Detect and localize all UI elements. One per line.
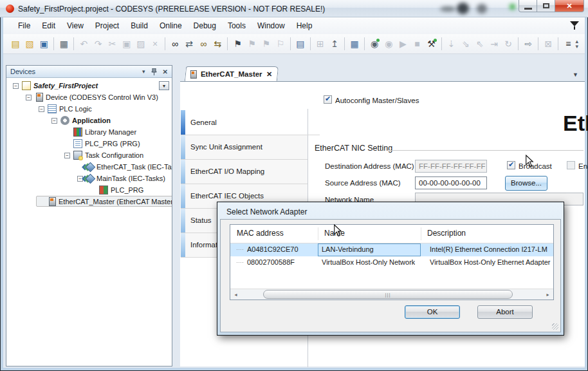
toolbar-overflow-icon[interactable]: ▴▾ [575, 39, 578, 49]
side-tab-general[interactable]: General [180, 110, 308, 135]
row-tree-stub [237, 249, 244, 250]
tree-item-ethercat-task-iec-tasks[interactable]: EtherCAT_Task (IEC-Tasks) [6, 161, 172, 173]
toolbar-separator [364, 37, 365, 50]
menu-tools[interactable]: Tools [222, 19, 252, 33]
toolbar-separator [227, 37, 228, 50]
menu-edit[interactable]: Edit [36, 19, 61, 33]
new-project-icon[interactable]: ▤ [8, 37, 23, 52]
column-header-description[interactable]: Description [427, 225, 466, 243]
tree-item-plc-prg-prg[interactable]: PLC_PRG (PRG) [6, 138, 172, 149]
side-tab-sync-unit-assignment[interactable]: Sync Unit Assignment [180, 135, 308, 159]
tree-item-library-manager[interactable]: Library Manager [6, 126, 172, 138]
ok-button[interactable]: OK [405, 305, 460, 319]
filter-list-icon[interactable]: ≡ [561, 37, 575, 52]
menu-debug[interactable]: Debug [188, 19, 222, 33]
panel-close-icon[interactable]: ✕ [163, 68, 168, 75]
broadcast-checkbox[interactable] [507, 161, 515, 169]
tree-expand-toggle[interactable]: − [77, 176, 83, 182]
menu-file[interactable]: File [12, 19, 36, 33]
name-cell[interactable]: VirtualBox Host-Only Network [322, 258, 415, 266]
side-tab-ethercat-i-o-mapping[interactable]: EtherCAT I/O Mapping [180, 159, 308, 184]
status-dot [434, 39, 437, 42]
pin-icon[interactable] [151, 68, 157, 75]
column-header-mac-address[interactable]: MAC address [237, 225, 284, 243]
tree-item-device-codesys-control-win-v3[interactable]: −Device (CODESYS Control Win V3) [6, 91, 172, 103]
tree-expand-toggle[interactable]: − [13, 83, 19, 89]
tree-item-label: MainTask (IEC-Tasks) [96, 175, 165, 182]
tree-item-maintask-iec-tasks[interactable]: −MainTask (IEC-Tasks) [6, 173, 172, 184]
find-in-files-icon[interactable]: ∞ [196, 37, 210, 52]
tree-item-application[interactable]: −Application [6, 115, 172, 126]
description-cell[interactable]: Intel(R) Ethernet Connection I217-LM [430, 245, 547, 253]
goto-icon[interactable]: ⇨ [521, 37, 535, 52]
close-button[interactable]: ✕ [555, 0, 584, 12]
tree-item-task-configuration[interactable]: −Task Configuration [6, 149, 172, 161]
scroll-track[interactable]: ||| [241, 289, 542, 300]
tree-item-plc-prg[interactable]: PLC_PRG [6, 184, 172, 196]
column-divider[interactable] [318, 227, 318, 240]
open-project-icon[interactable]: ▧ [23, 37, 37, 52]
menu-window[interactable]: Window [252, 19, 291, 33]
resize-grip[interactable] [552, 323, 558, 330]
find-replace-icon[interactable]: ⇄ [182, 37, 196, 52]
browse-button[interactable]: Browse... [505, 176, 547, 191]
devices-panel: Devices ▾ ✕ −Safety_FirstProject▾−Device… [6, 65, 172, 366]
tab-ethercat-master[interactable]: EtherCAT_Master ✕ [185, 66, 279, 81]
side-tab-label: EtherCAT IEC Objects [190, 192, 264, 200]
scroll-right-icon[interactable]: ▸ [542, 289, 553, 300]
horizontal-scrollbar[interactable]: ◂|||▸ [230, 289, 553, 300]
tab-list-dropdown-icon[interactable]: ▼ [573, 71, 578, 78]
toggle-bookmark-icon[interactable]: ⚑ [230, 37, 244, 52]
find-icon[interactable]: ∞ [168, 37, 182, 52]
description-cell[interactable]: VirtualBox Host-Only Ethernet Adapter [430, 258, 551, 266]
enable-label: Ena [578, 162, 588, 170]
side-tab-label: EtherCAT I/O Mapping [190, 167, 264, 175]
tree-item-safety-firstproject[interactable]: −Safety_FirstProject▾ [6, 80, 172, 91]
title-bar[interactable]: Safety_FirstProject.project - CODESYS (P… [0, 0, 588, 17]
column-divider[interactable] [421, 227, 421, 240]
export-icon[interactable]: ↥ [327, 37, 342, 52]
tree-item-plc-logic[interactable]: −PLC Logic [6, 103, 172, 115]
menu-help[interactable]: Help [291, 19, 318, 33]
replace-in-files-icon[interactable]: ⇆ [210, 37, 225, 52]
autoconfig-checkbox[interactable] [324, 95, 332, 104]
glass-blur-artifact [477, 4, 487, 14]
select-network-adapter-dialog: Select Network Adapter MAC addressNameDe… [217, 202, 564, 336]
edit-object-icon[interactable]: ▤ [293, 37, 308, 52]
source-mac-field[interactable]: 00-00-00-00-00-00 [415, 176, 487, 189]
menu-view[interactable]: View [61, 19, 89, 33]
enable-checkbox[interactable] [567, 161, 575, 169]
build-icon[interactable]: ⚒ [425, 37, 439, 52]
toolbar-separator [518, 37, 519, 50]
tree-expand-toggle[interactable]: − [26, 95, 32, 100]
adapter-table[interactable]: MAC addressNameDescriptionA0481C92CE70LA… [230, 224, 554, 300]
funnel-icon[interactable] [570, 21, 579, 30]
tree-expand-toggle[interactable]: − [51, 118, 57, 124]
toolbar-separator [344, 37, 345, 50]
minimize-button[interactable] [519, 0, 537, 12]
scroll-left-icon[interactable]: ◂ [230, 289, 241, 300]
adapter-row-08002700588f[interactable]: 08002700588FVirtualBox Host-Only Network… [230, 256, 553, 269]
mac-cell[interactable]: 08002700588F [247, 258, 295, 266]
menu-project[interactable]: Project [89, 19, 125, 33]
tree-item-label: EtherCAT_Master (EtherCAT Master) [59, 198, 172, 205]
toolbar-separator [165, 37, 165, 50]
tab-close-icon[interactable]: ✕ [266, 70, 272, 79]
adapter-row-a0481c92ce70[interactable]: A0481C92CE70LAN-VerbindungIntel(R) Ether… [230, 243, 553, 256]
destination-mac-field[interactable]: FF-FF-FF-FF-FF-FF [415, 160, 487, 173]
tree-item-ethercat-master-ethercat-master[interactable]: EtherCAT_Master (EtherCAT Master) [6, 196, 172, 207]
abort-button[interactable]: Abort [477, 305, 533, 319]
mac-cell[interactable]: A0481C92CE70 [247, 245, 299, 253]
device-repository-icon[interactable]: ▦ [347, 37, 362, 52]
save-icon[interactable]: ▣ [37, 37, 51, 52]
maximize-button[interactable] [537, 0, 555, 12]
menu-online[interactable]: Online [154, 19, 188, 33]
tree-expand-toggle[interactable]: − [39, 106, 44, 112]
print-icon[interactable]: ▦ [57, 37, 71, 52]
tree-root-dropdown[interactable]: ▾ [159, 81, 169, 90]
tree-expand-toggle[interactable]: − [64, 153, 70, 158]
panel-dropdown-icon[interactable]: ▾ [142, 68, 145, 75]
menu-build[interactable]: Build [125, 19, 154, 33]
login-icon[interactable]: ◉ [367, 37, 381, 52]
scroll-thumb[interactable]: ||| [263, 290, 513, 299]
